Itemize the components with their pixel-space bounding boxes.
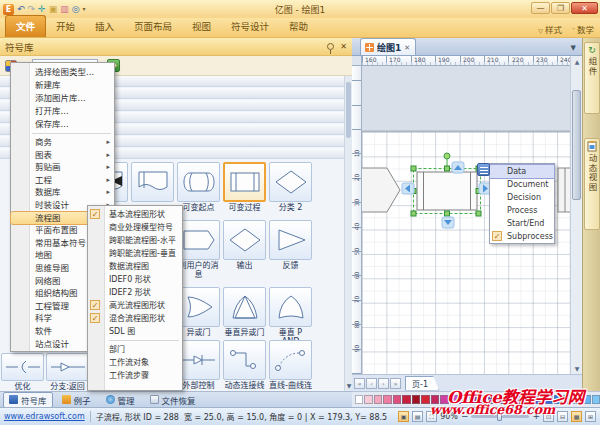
scrollbar-thumb[interactable]	[572, 90, 581, 200]
first-page-button[interactable]: «	[354, 378, 365, 389]
menu-item-choose-drawing-type[interactable]: 选择绘图类型...	[11, 66, 114, 79]
close-button[interactable]: ✕	[571, 2, 598, 14]
color-swatch[interactable]	[421, 395, 429, 404]
menu-item-open-library[interactable]: 打开库...	[11, 105, 114, 118]
context-menu-item-process[interactable]: Process	[490, 204, 554, 217]
tab-symbol-design[interactable]: 符号设计	[221, 16, 279, 37]
color-swatch[interactable]	[374, 395, 382, 404]
context-menu-item-decision[interactable]: Decision	[490, 191, 554, 204]
quick-shape-menu-button[interactable]	[477, 163, 490, 176]
grid-toggle-button[interactable]: ▦	[571, 411, 582, 422]
ruler-label: 40	[353, 220, 360, 233]
menu-item-save-library[interactable]: 保存库...	[11, 118, 114, 131]
color-swatch[interactable]	[412, 395, 420, 404]
shape-cell-variable-start[interactable]: 可变起点	[177, 162, 220, 212]
tab-close-icon[interactable]: ✕	[404, 44, 410, 52]
shape-cell-external-control[interactable]: 外部控制	[177, 340, 220, 390]
context-menu-item-document[interactable]: Document	[490, 178, 554, 191]
subprocess-shape[interactable]	[417, 172, 477, 210]
next-page-button[interactable]: ›	[378, 378, 389, 389]
right-tab-dynamic-view[interactable]: 动态视图	[584, 138, 600, 230]
tab-insert[interactable]: 插入	[85, 16, 124, 37]
document-tab[interactable]: 绘图1 ✕	[360, 38, 416, 55]
submenu-item[interactable]: SDL 图	[88, 325, 182, 338]
canvas-vertical-scrollbar[interactable]: ▲ ▼	[570, 56, 582, 374]
partial-shape[interactable]	[558, 168, 570, 212]
menu-item-add-picture-library[interactable]: 添加图片库...	[11, 92, 114, 105]
menu-item-clipart[interactable]: 剪贴画	[11, 161, 114, 174]
bottom-tab-examples[interactable]: 例子	[56, 392, 97, 408]
color-swatch[interactable]	[364, 395, 372, 404]
reading-view-button[interactable]: ▤	[412, 411, 423, 422]
color-swatch[interactable]	[355, 395, 363, 404]
submenu-item[interactable]: 高光流程图形状	[88, 299, 182, 312]
submenu-item[interactable]: 部门	[88, 343, 182, 356]
right-tab-components[interactable]: ↻ 组件	[584, 42, 600, 114]
shape-cell-message-to-user[interactable]: 到用户的消息	[177, 220, 220, 279]
shape-cell-dynamic-connector[interactable]: 动态连接线	[223, 340, 266, 390]
math-button[interactable]: ˘数学	[572, 23, 594, 35]
edrawsoft-link[interactable]: www.edrawsoft.com	[4, 412, 85, 421]
menu-item-business[interactable]: 商务	[11, 136, 114, 149]
library-scrollbar[interactable]: ▼	[344, 76, 352, 391]
scrollbar-thumb[interactable]	[346, 82, 351, 138]
restore-button[interactable]: ❐	[551, 2, 570, 14]
submenu-item[interactable]: 基本流程图形状	[88, 208, 182, 221]
rotation-handle[interactable]	[444, 153, 450, 159]
submenu-item[interactable]: 工作流对象	[88, 356, 182, 369]
submenu-item[interactable]: 跨职能流程图-水平	[88, 234, 182, 247]
shape-cell-line-curve-connector[interactable]: 直线-曲线连	[269, 340, 312, 390]
shape-cell-feedback[interactable]: 反馈	[269, 220, 312, 270]
minimize-button[interactable]: —	[531, 2, 550, 14]
shape-cell-xor-gate[interactable]: 异或门	[177, 287, 220, 337]
color-swatch[interactable]	[383, 395, 391, 404]
bottom-tab-symbol-library[interactable]: 符号库	[3, 392, 53, 408]
context-menu-item-subprocess[interactable]: Subprocess	[490, 230, 554, 243]
tab-home[interactable]: 开始	[46, 16, 85, 37]
tab-page-layout[interactable]: 页面布局	[124, 16, 182, 37]
shape-cell-category2[interactable]: 分类 2	[269, 162, 312, 212]
shape-cell-vertical-xor-gate[interactable]: 垂直异或门	[223, 287, 266, 337]
shape-cell-branch-return[interactable]: 分支:返回	[46, 353, 89, 391]
submenu-item[interactable]: 商业处理模型符号	[88, 221, 182, 234]
ruler-label: 90	[353, 342, 360, 355]
context-menu-item-data[interactable]: Data	[490, 165, 554, 178]
submenu-item[interactable]: IDEF0 形状	[88, 273, 182, 286]
menu-item-engineering[interactable]: 工程	[11, 174, 114, 187]
shape-cell-vertical-p-and[interactable]: 垂直 P AND	[269, 287, 312, 346]
color-swatch[interactable]	[402, 395, 410, 404]
shape-cell-output[interactable]: 输出	[223, 220, 266, 270]
tab-help[interactable]: 帮助	[279, 16, 318, 37]
context-menu-item-startend[interactable]: Start/End	[490, 217, 554, 230]
prev-page-button[interactable]: ‹	[366, 378, 377, 389]
last-page-button[interactable]: »	[390, 378, 401, 389]
tab-list-dropdown-icon[interactable]: ▼	[571, 44, 576, 55]
pan-zoom-button[interactable]: ⊞	[585, 411, 596, 422]
submenu-item[interactable]: 数据流程图	[88, 260, 182, 273]
submenu-item[interactable]: 混合流程图形状	[88, 312, 182, 325]
bottom-tab-manage[interactable]: 管理	[100, 392, 141, 408]
ruler-label: 70	[353, 293, 360, 306]
bottom-tab-file-recovery[interactable]: 文件恢复	[144, 392, 202, 408]
tab-file[interactable]: 文件	[5, 15, 46, 37]
menu-item-chart[interactable]: 图表	[11, 149, 114, 162]
page-tab[interactable]: 页-1	[405, 376, 439, 391]
submenu-item[interactable]: IDEF2 形状	[88, 286, 182, 299]
menu-item-new-library[interactable]: 新建库	[11, 79, 114, 92]
scroll-down-icon[interactable]: ▼	[345, 382, 352, 389]
normal-view-button[interactable]: ▣	[398, 411, 409, 422]
style-gallery-button[interactable]: ▽样式	[538, 23, 562, 35]
shape-cell-variable-process[interactable]: 可变过程	[223, 162, 266, 212]
panel-close-icon[interactable]: ✕	[340, 42, 347, 51]
tab-view[interactable]: 视图	[182, 16, 221, 37]
fit-width-button[interactable]: ⊟	[557, 411, 568, 422]
color-swatch[interactable]	[393, 395, 401, 404]
pentagon-shape[interactable]	[362, 168, 400, 212]
shape-cell-optimize[interactable]: 优化	[1, 353, 44, 391]
pin-icon[interactable]	[327, 43, 334, 50]
color-swatch[interactable]	[592, 395, 600, 404]
menu-item-database[interactable]: 数据库	[11, 186, 114, 199]
shape-cell[interactable]	[131, 162, 174, 203]
submenu-item[interactable]: 跨职能流程图-垂直	[88, 247, 182, 260]
submenu-item[interactable]: 工作流步骤	[88, 369, 182, 382]
